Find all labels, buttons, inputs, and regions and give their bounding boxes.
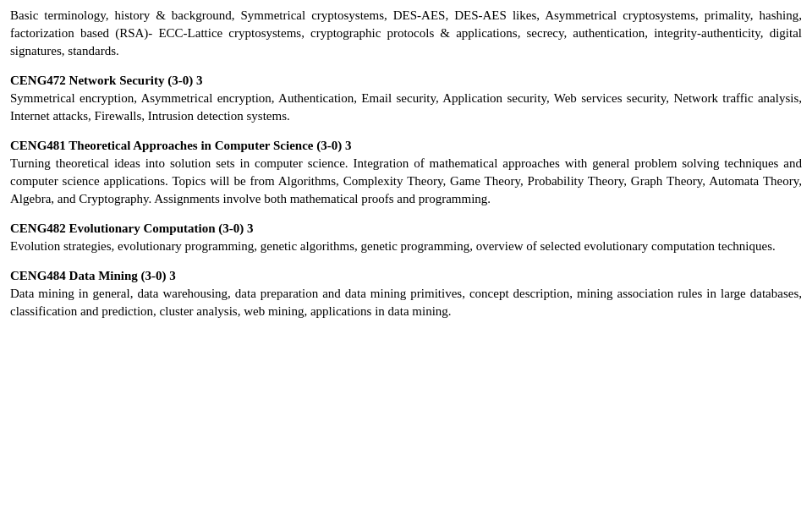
ceng484-text: Data mining in general, data warehousing… (10, 287, 802, 318)
ceng472-title: CENG472 Network Security (3-0) 3 (10, 74, 202, 87)
ceng472-block: CENG472 Network Security (3-0) 3 Symmetr… (10, 72, 802, 125)
ceng484-block: CENG484 Data Mining (3-0) 3 Data mining … (10, 267, 802, 320)
ceng481-title: CENG481 Theoretical Approaches in Comput… (10, 139, 351, 152)
intro-text: Basic terminology, history & background,… (10, 7, 802, 60)
ceng482-title: CENG482 Evolutionary Computation (3-0) 3 (10, 221, 254, 235)
ceng482-content: CENG482 Evolutionary Computation (3-0) 3… (10, 220, 802, 255)
ceng472-content: CENG472 Network Security (3-0) 3 Symmetr… (10, 72, 802, 125)
ceng481-block: CENG481 Theoretical Approaches in Comput… (10, 137, 802, 208)
intro-block: Basic terminology, history & background,… (10, 7, 802, 60)
ceng481-text1: Turning theoretical ideas into solution … (10, 156, 348, 170)
ceng472-text: Symmetrical encryption, Asymmetrical enc… (10, 91, 802, 123)
ceng482-text: Evolution strategies, evolutionary progr… (10, 239, 776, 253)
ceng481-content: CENG481 Theoretical Approaches in Comput… (10, 137, 802, 208)
ceng484-title: CENG484 Data Mining (3-0) 3 (10, 269, 176, 282)
ceng481-text4: Assignments involve both mathematical pr… (154, 192, 491, 205)
ceng484-content: CENG484 Data Mining (3-0) 3 Data mining … (10, 267, 802, 320)
ceng482-block: CENG482 Evolutionary Computation (3-0) 3… (10, 220, 802, 255)
